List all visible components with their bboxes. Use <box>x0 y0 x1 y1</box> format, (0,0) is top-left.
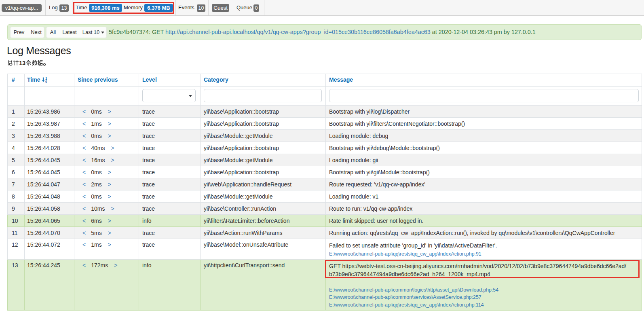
svg-text:9: 9 <box>45 80 47 83</box>
